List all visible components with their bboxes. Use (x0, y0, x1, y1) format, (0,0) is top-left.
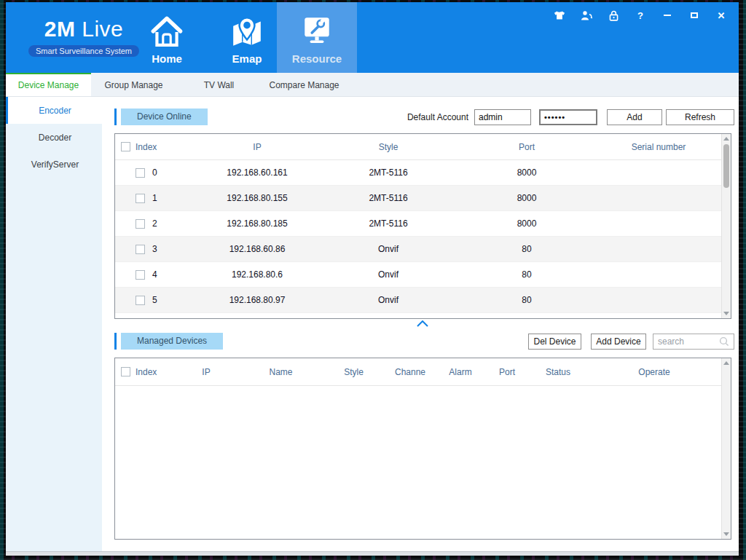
col-name: Name (239, 367, 323, 377)
col-channel: Channe (385, 367, 436, 377)
nav-emap-label: Emap (216, 52, 278, 65)
cell-index: 3 (152, 244, 157, 254)
tab-tv-wall[interactable]: TV Wall (176, 73, 262, 96)
cell-ip: 192.168.80.97 (195, 295, 319, 305)
tab-device-manage[interactable]: Device Manage (6, 73, 91, 96)
vertical-scrollbar[interactable] (721, 358, 731, 539)
nav-resource-label: Resource (277, 52, 357, 65)
row-checkbox[interactable] (136, 194, 145, 203)
cell-style: 2MT-5116 (319, 193, 458, 203)
row-checkbox[interactable] (136, 270, 145, 280)
cell-style: Onvif (319, 295, 458, 305)
nav-home[interactable]: Home (136, 12, 198, 65)
app-window: 2M Live Smart Surveillance System Home (6, 2, 739, 556)
tab-compare-manage[interactable]: Compare Manage (262, 73, 347, 96)
window-bottom-edge (6, 551, 739, 556)
tab-group-manage[interactable]: Group Manage (91, 73, 176, 96)
table-row[interactable]: 1 192.168.80.155 2MT-5116 8000 (115, 186, 731, 211)
cell-port: 80 (458, 244, 596, 254)
search-input[interactable] (653, 336, 719, 347)
help-icon[interactable]: ? (635, 9, 646, 21)
col-ip: IP (195, 142, 319, 152)
minimize-icon[interactable] (661, 9, 673, 21)
scroll-up-arrow[interactable] (722, 358, 731, 368)
scroll-down-arrow[interactable] (722, 529, 731, 539)
cell-index: 4 (152, 269, 157, 280)
table-row[interactable]: 2 192.168.80.185 2MT-5116 8000 (115, 211, 731, 237)
scroll-up-arrow[interactable] (722, 134, 731, 143)
table-row[interactable]: 4 192.168.80.6 Onvif 80 (115, 262, 731, 288)
window-controls: ? ✕ (554, 9, 727, 21)
maximize-icon[interactable] (688, 9, 700, 21)
add-device-button[interactable]: Add Device (591, 334, 646, 350)
managed-devices-title: Managed Devices (121, 333, 223, 350)
col-port: Port (485, 367, 529, 377)
emap-icon (216, 12, 278, 50)
brand-tagline: Smart Surveillance System (28, 45, 139, 57)
managed-devices-table-header: Index IP Name Style Channe Alarm Port St… (115, 358, 731, 386)
col-status: Status (529, 367, 587, 377)
select-all-checkbox[interactable] (121, 367, 130, 376)
skin-icon[interactable] (554, 9, 565, 21)
close-icon[interactable]: ✕ (715, 9, 727, 21)
switch-user-icon[interactable] (581, 9, 592, 21)
cell-port: 8000 (458, 193, 596, 203)
cell-style: Onvif (319, 269, 458, 280)
device-online-title: Device Online (121, 109, 208, 125)
table-row[interactable]: 0 192.168.60.161 2MT-5116 8000 (115, 160, 731, 186)
scroll-down-arrow[interactable] (722, 309, 731, 318)
nav-resource[interactable]: Resource (277, 2, 357, 73)
search-icon (719, 336, 729, 347)
table-row[interactable]: 3 192.168.60.86 Onvif 80 (115, 237, 731, 262)
sidebar-item-verifyserver[interactable]: VerifyServer (6, 151, 102, 178)
col-serial-number: Serial number (596, 142, 721, 152)
nav-emap[interactable]: Emap (216, 12, 278, 65)
cell-port: 80 (458, 269, 596, 280)
account-input[interactable] (474, 109, 531, 125)
select-all-checkbox[interactable] (121, 142, 130, 151)
brand-bold: 2M (44, 17, 76, 41)
cell-ip: 192.168.60.161 (195, 167, 319, 178)
cell-index: 5 (152, 295, 157, 305)
home-icon (136, 12, 198, 50)
default-account-label: Default Account (407, 112, 468, 122)
col-ip: IP (173, 367, 239, 377)
scrollbar-thumb[interactable] (723, 144, 729, 188)
vertical-scrollbar[interactable] (721, 134, 731, 318)
cell-port: 80 (458, 295, 596, 305)
sidebar: Encoder Decoder VerifyServer (6, 97, 102, 551)
collapse-panel-control[interactable] (415, 319, 430, 328)
password-input[interactable] (539, 109, 597, 125)
cell-style: Onvif (319, 244, 458, 254)
section-accent-bar (114, 109, 117, 125)
cell-index: 0 (152, 167, 157, 178)
row-checkbox[interactable] (136, 245, 145, 254)
sidebar-item-decoder[interactable]: Decoder (6, 124, 102, 151)
refresh-button[interactable]: Refresh (666, 109, 734, 125)
device-online-table: Index IP Style Port Serial number 0 192.… (114, 133, 731, 319)
lock-icon[interactable] (608, 9, 619, 21)
col-port: Port (458, 142, 596, 152)
section-accent-bar (114, 333, 117, 350)
content-panel: Device Online Default Account Add Refres… (102, 97, 739, 551)
col-alarm: Alarm (436, 367, 485, 377)
col-index: Index (136, 142, 157, 152)
row-checkbox[interactable] (136, 296, 145, 305)
row-checkbox[interactable] (136, 219, 145, 229)
sidebar-item-encoder[interactable]: Encoder (6, 97, 102, 124)
del-device-button[interactable]: Del Device (528, 334, 581, 350)
search-box (653, 334, 734, 350)
row-checkbox[interactable] (136, 168, 145, 178)
chevron-up-icon (417, 320, 428, 327)
cell-ip: 192.168.80.185 (195, 218, 319, 229)
add-button[interactable]: Add (607, 109, 662, 125)
brand-light: Live (75, 17, 123, 41)
nav-home-label: Home (136, 52, 198, 65)
table-row[interactable]: 5 192.168.80.97 Onvif 80 (115, 288, 731, 313)
col-index: Index (136, 367, 157, 377)
cell-index: 2 (152, 218, 157, 229)
col-style: Style (319, 142, 458, 152)
cell-ip: 192.168.80.155 (195, 193, 319, 203)
cell-style: 2MT-5116 (319, 218, 458, 229)
col-style: Style (323, 367, 385, 377)
